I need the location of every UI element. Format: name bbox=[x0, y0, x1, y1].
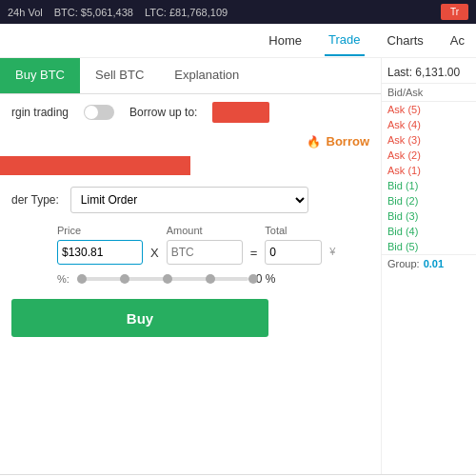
vol-label: 24h Vol bbox=[8, 7, 43, 18]
bid-5[interactable]: Bid (5) bbox=[382, 239, 476, 254]
nav-account[interactable]: Ac bbox=[446, 26, 468, 55]
ask-3[interactable]: Ask (3) bbox=[382, 132, 476, 148]
margin-label: rgin trading bbox=[11, 106, 69, 119]
red-banner bbox=[0, 156, 190, 175]
amount-group: Amount bbox=[167, 225, 243, 265]
margin-row: rgin trading Borrow up to: bbox=[0, 94, 381, 130]
order-type-row: der Type: Limit Order Market Order Stop … bbox=[0, 179, 381, 221]
ask-2[interactable]: Ask (2) bbox=[382, 148, 476, 163]
tab-explanation[interactable]: Explanation bbox=[159, 58, 254, 93]
right-panel: Last: 6,131.00 Bid/Ask Ask (5) Ask (4) A… bbox=[381, 58, 476, 474]
slider-dot-50 bbox=[163, 274, 172, 284]
trade-tabs: Buy BTC Sell BTC Explanation bbox=[0, 58, 381, 94]
bid-4[interactable]: Bid (4) bbox=[382, 224, 476, 239]
borrow-action[interactable]: Borrow bbox=[327, 134, 370, 149]
top-bar-actions: Tr bbox=[441, 4, 468, 20]
ask-1[interactable]: Ask (1) bbox=[382, 163, 476, 178]
slider-dot-100 bbox=[248, 274, 258, 284]
total-group: Total bbox=[265, 225, 322, 265]
bid-1[interactable]: Bid (1) bbox=[382, 178, 476, 193]
slider-dot-75 bbox=[206, 274, 215, 284]
group-row: Group: 0.01 bbox=[382, 254, 476, 272]
buy-btn-row: Buy bbox=[0, 289, 381, 347]
nav-charts[interactable]: Charts bbox=[384, 26, 427, 55]
top-bar-info: 24h Vol BTC: $5,061,438 LTC: £81,768,109 bbox=[8, 7, 228, 18]
margin-toggle[interactable] bbox=[84, 105, 114, 120]
price-label: Price bbox=[57, 225, 143, 236]
nav-bar: Home Trade Charts Ac bbox=[0, 24, 476, 58]
slider-row: %: 0 % bbox=[0, 268, 381, 289]
slider-track[interactable] bbox=[77, 277, 248, 281]
price-group: Price bbox=[57, 225, 143, 265]
percent-label: %: bbox=[57, 273, 69, 285]
last-price: Last: 6,131.00 bbox=[382, 62, 476, 84]
tab-buy-btc[interactable]: Buy BTC bbox=[0, 58, 80, 93]
ask-4[interactable]: Ask (4) bbox=[382, 117, 476, 132]
top-bar: 24h Vol BTC: $5,061,438 LTC: £81,768,109… bbox=[0, 0, 476, 24]
eq-label: = bbox=[250, 246, 258, 260]
total-input[interactable] bbox=[265, 240, 322, 265]
toggle-knob bbox=[85, 106, 98, 119]
order-type-select[interactable]: Limit Order Market Order Stop Order bbox=[70, 187, 308, 213]
borrow-input-box[interactable] bbox=[212, 102, 269, 123]
trade-button[interactable]: Tr bbox=[441, 4, 468, 20]
amount-label: Amount bbox=[167, 225, 243, 236]
tab-sell-btc[interactable]: Sell BTC bbox=[80, 58, 159, 93]
slider-dot-25 bbox=[120, 274, 129, 284]
percent-value: 0 % bbox=[256, 272, 276, 286]
ltc-info: LTC: £81,768,109 bbox=[145, 7, 228, 18]
borrow-label: Borrow up to: bbox=[129, 106, 197, 119]
sep-label: X bbox=[150, 246, 159, 260]
bid-2[interactable]: Bid (2) bbox=[382, 193, 476, 208]
nav-trade[interactable]: Trade bbox=[325, 25, 364, 56]
nav-home[interactable]: Home bbox=[265, 26, 306, 55]
order-type-label: der Type: bbox=[11, 193, 59, 207]
ask-5[interactable]: Ask (5) bbox=[382, 102, 476, 117]
total-label: Total bbox=[265, 225, 322, 236]
total-currency: ¥ bbox=[329, 246, 335, 257]
fire-icon: 🔥 bbox=[307, 135, 321, 149]
slider-dot-0 bbox=[77, 274, 87, 284]
fields-row: Price X Amount = Total ¥ bbox=[0, 221, 381, 268]
main-layout: Buy BTC Sell BTC Explanation rgin tradin… bbox=[0, 58, 476, 474]
group-value[interactable]: 0.01 bbox=[424, 258, 444, 269]
amount-input[interactable] bbox=[167, 240, 243, 265]
price-input[interactable] bbox=[57, 240, 143, 265]
btc-info: BTC: $5,061,438 bbox=[54, 7, 133, 18]
group-label: Group: bbox=[387, 258, 420, 269]
bid-3[interactable]: Bid (3) bbox=[382, 208, 476, 224]
bid-ask-header: Bid/Ask bbox=[382, 84, 476, 102]
buy-button[interactable]: Buy bbox=[11, 299, 268, 337]
left-content: Buy BTC Sell BTC Explanation rgin tradin… bbox=[0, 58, 381, 474]
borrow-row: 🔥 Borrow bbox=[0, 130, 381, 152]
